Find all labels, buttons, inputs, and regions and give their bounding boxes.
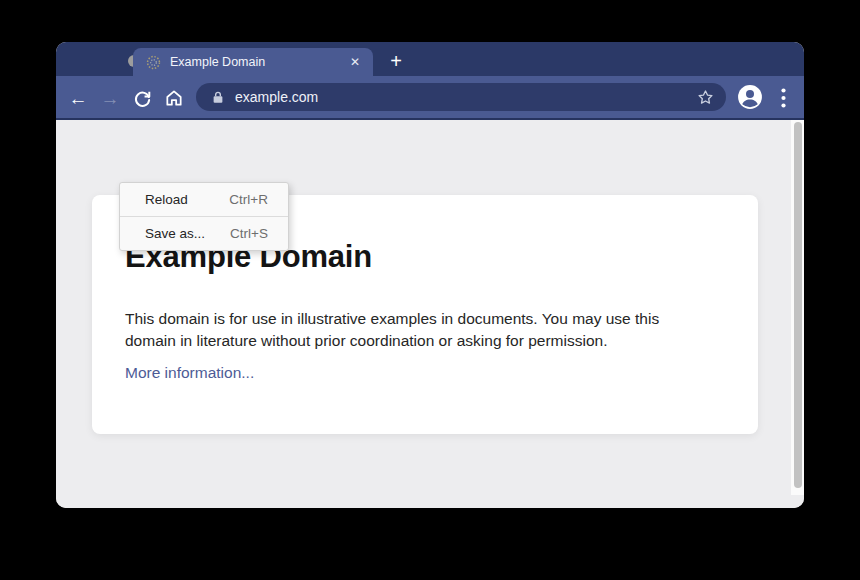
three-dots-icon: [781, 88, 786, 108]
url-text: example.com: [235, 89, 696, 105]
browser-menu-button[interactable]: [774, 87, 792, 109]
browser-window: Example Domain ✕ + ← →: [56, 42, 804, 508]
more-information-link[interactable]: More information...: [125, 364, 254, 382]
menu-item-shortcut: Ctrl+S: [230, 226, 268, 241]
scrollbar-track[interactable]: [791, 120, 804, 495]
bookmark-star-icon[interactable]: [696, 88, 715, 107]
profile-avatar-icon: [737, 84, 763, 110]
tab-example-domain[interactable]: Example Domain ✕: [133, 48, 373, 76]
profile-avatar-button[interactable]: [737, 84, 763, 110]
new-tab-button[interactable]: +: [381, 48, 411, 76]
home-button[interactable]: [160, 84, 188, 112]
lock-icon[interactable]: [211, 90, 225, 105]
titlebar: Example Domain ✕ +: [56, 42, 804, 76]
context-menu: Reload Ctrl+R Save as... Ctrl+S: [119, 182, 289, 251]
favicon-icon: [146, 55, 161, 70]
menu-item-label: Reload: [145, 192, 188, 207]
back-button[interactable]: ←: [64, 84, 92, 112]
forward-icon: →: [101, 89, 120, 108]
paragraph-line-1: This domain is for use in illustrative e…: [125, 308, 659, 330]
menu-item-label: Save as...: [145, 226, 205, 241]
address-bar[interactable]: example.com: [196, 83, 726, 111]
menu-item-shortcut: Ctrl+R: [229, 192, 268, 207]
scrollbar-thumb[interactable]: [794, 122, 802, 488]
context-menu-item-reload[interactable]: Reload Ctrl+R: [120, 183, 288, 216]
home-icon: [164, 88, 184, 108]
page-viewport: Example Domain This domain is for use in…: [56, 120, 804, 508]
forward-button[interactable]: →: [96, 84, 124, 112]
navigation-toolbar: ← → example.com: [56, 76, 804, 120]
back-icon: ←: [69, 89, 88, 108]
reload-button[interactable]: [128, 84, 156, 112]
tab-close-icon[interactable]: ✕: [350, 56, 360, 68]
page-paragraph: This domain is for use in illustrative e…: [125, 308, 659, 352]
reload-icon: [133, 89, 152, 108]
context-menu-item-save-as[interactable]: Save as... Ctrl+S: [120, 217, 288, 250]
paragraph-line-2: domain in literature without prior coord…: [125, 330, 659, 352]
tab-title: Example Domain: [170, 55, 350, 69]
